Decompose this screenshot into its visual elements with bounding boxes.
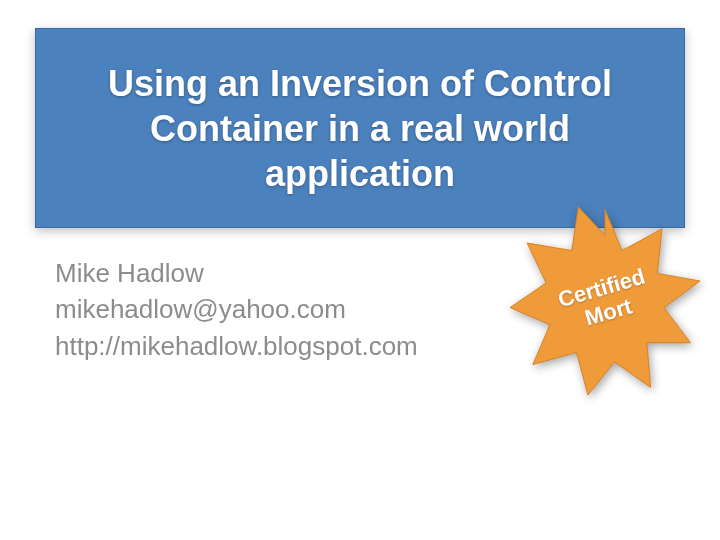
certified-badge: Certified Mort [510, 205, 700, 395]
author-url: http://mikehadlow.blogspot.com [55, 328, 418, 364]
author-block: Mike Hadlow mikehadlow@yahoo.com http://… [55, 255, 418, 364]
author-email: mikehadlow@yahoo.com [55, 291, 418, 327]
title-panel: Using an Inversion of Control Container … [35, 28, 685, 228]
badge-text: Certified Mort [555, 263, 655, 336]
slide-title: Using an Inversion of Control Container … [76, 61, 644, 196]
author-name: Mike Hadlow [55, 255, 418, 291]
